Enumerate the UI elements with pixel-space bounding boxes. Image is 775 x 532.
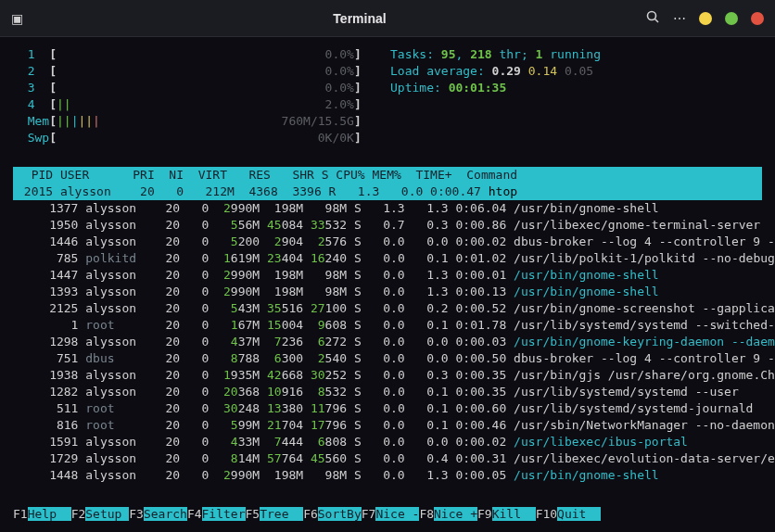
- fkey-F9[interactable]: F9: [477, 507, 492, 521]
- fkey-F4[interactable]: F4: [187, 507, 202, 521]
- process-row[interactable]: 1950 alysson 20 0 556M 45084 33532 S 0.7…: [13, 217, 762, 234]
- process-row[interactable]: 1938 alysson 20 0 1935M 42668 30252 S 0.…: [13, 367, 762, 384]
- process-row[interactable]: 1448 alysson 20 0 2990M 198M 98M S 0.0 1…: [13, 467, 762, 484]
- fkey-F8[interactable]: F8: [419, 507, 434, 521]
- svg-line-1: [655, 19, 659, 22]
- fkey-F1[interactable]: F1: [13, 507, 28, 521]
- swp-meter: Swp[ 0K/0K]: [13, 130, 762, 146]
- function-key-bar[interactable]: F1Help F2Setup F3SearchF4FilterF5Tree F6…: [13, 506, 775, 523]
- process-row[interactable]: 751 dbus 20 0 8788 6300 2540 S 0.0 0.0 0…: [13, 350, 762, 367]
- fkey-F5[interactable]: F5: [246, 507, 260, 521]
- close-button[interactable]: [751, 12, 764, 25]
- cpu-meter-1: 1 [ 0.0%] Tasks: 95, 218 thr; 1 running: [13, 46, 762, 63]
- minimize-button[interactable]: [699, 12, 712, 25]
- cpu-meter-3: 3 [ 0.0%] Uptime: 00:01:35: [13, 80, 762, 96]
- cpu-meter-4: 4 [|| 2.0%]: [13, 96, 762, 113]
- fkey-F10[interactable]: F10: [536, 507, 557, 521]
- window-titlebar: ▣ Terminal ⋯: [0, 0, 775, 37]
- terminal-content[interactable]: 1 [ 0.0%] Tasks: 95, 218 thr; 1 running …: [0, 37, 775, 484]
- search-icon[interactable]: [645, 9, 660, 28]
- process-row[interactable]: 1282 alysson 20 0 20368 10916 8532 S 0.0…: [13, 384, 762, 400]
- process-row-selected[interactable]: 2015 alysson 20 0 212M 4368 3396 R 1.3 0…: [13, 184, 762, 200]
- fkey-F3[interactable]: F3: [129, 507, 144, 521]
- process-row[interactable]: 1377 alysson 20 0 2990M 198M 98M S 1.3 1…: [13, 200, 762, 217]
- mem-meter: Mem[|||||| 760M/15.5G]: [13, 113, 762, 130]
- process-row[interactable]: 1 root 20 0 167M 15004 9608 S 0.0 0.1 0:…: [13, 317, 762, 334]
- window-title: Terminal: [122, 10, 597, 27]
- process-row[interactable]: 1446 alysson 20 0 5200 2904 2576 S 0.0 0…: [13, 234, 762, 250]
- fkey-F6[interactable]: F6: [303, 507, 318, 521]
- process-row[interactable]: 1393 alysson 20 0 2990M 198M 98M S 0.0 1…: [13, 284, 762, 300]
- process-row[interactable]: 1591 alysson 20 0 433M 7444 6808 S 0.0 0…: [13, 434, 762, 450]
- process-row[interactable]: 1298 alysson 20 0 437M 7236 6272 S 0.0 0…: [13, 334, 762, 350]
- process-row[interactable]: 511 root 20 0 30248 13380 11796 S 0.0 0.…: [13, 400, 762, 417]
- menu-icon[interactable]: ⋯: [673, 10, 686, 27]
- fkey-F2[interactable]: F2: [71, 507, 86, 521]
- cpu-meter-2: 2 [ 0.0%] Load average: 0.29 0.14 0.05: [13, 63, 762, 80]
- maximize-button[interactable]: [725, 12, 738, 25]
- process-row[interactable]: 1729 alysson 20 0 814M 57764 45560 S 0.0…: [13, 450, 762, 467]
- process-table-body[interactable]: 2015 alysson 20 0 212M 4368 3396 R 1.3 0…: [13, 184, 762, 484]
- process-row[interactable]: 816 root 20 0 599M 21704 17796 S 0.0 0.1…: [13, 417, 762, 434]
- process-row[interactable]: 1447 alysson 20 0 2990M 198M 98M S 0.0 1…: [13, 267, 762, 284]
- fkey-F7[interactable]: F7: [362, 507, 376, 521]
- process-row[interactable]: 2125 alysson 20 0 543M 35516 27100 S 0.0…: [13, 300, 762, 317]
- process-table-header[interactable]: PID USER PRI NI VIRT RES SHR S CPU% MEM%…: [13, 167, 762, 184]
- process-row[interactable]: 785 polkitd 20 0 1619M 23404 16240 S 0.0…: [13, 250, 762, 267]
- svg-point-0: [648, 11, 656, 19]
- terminal-app-icon: ▣: [11, 10, 23, 27]
